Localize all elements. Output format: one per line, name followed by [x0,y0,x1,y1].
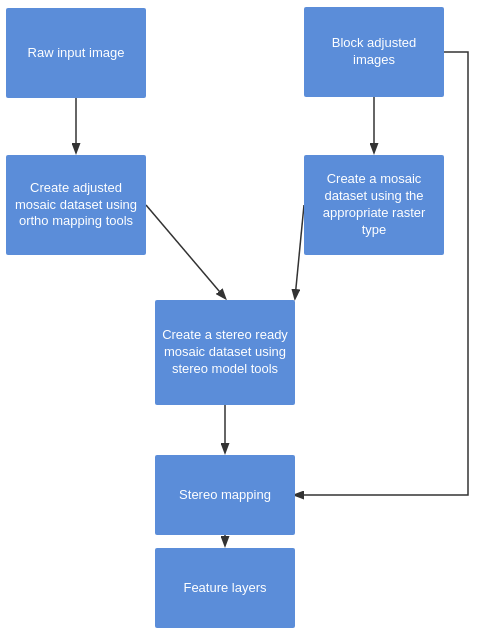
create-mosaic-raster-box: Create a mosaic dataset using the approp… [304,155,444,255]
block-adjusted-box: Block adjusted images [304,7,444,97]
svg-line-3 [146,205,225,298]
feature-layers-box: Feature layers [155,548,295,628]
stereo-ready-mosaic-box: Create a stereo ready mosaic dataset usi… [155,300,295,405]
stereo-mapping-box: Stereo mapping [155,455,295,535]
workflow-diagram: Raw input image Block adjusted images Cr… [0,0,500,640]
create-adjusted-mosaic-box: Create adjusted mosaic dataset using ort… [6,155,146,255]
svg-line-4 [295,205,304,298]
raw-input-box: Raw input image [6,8,146,98]
